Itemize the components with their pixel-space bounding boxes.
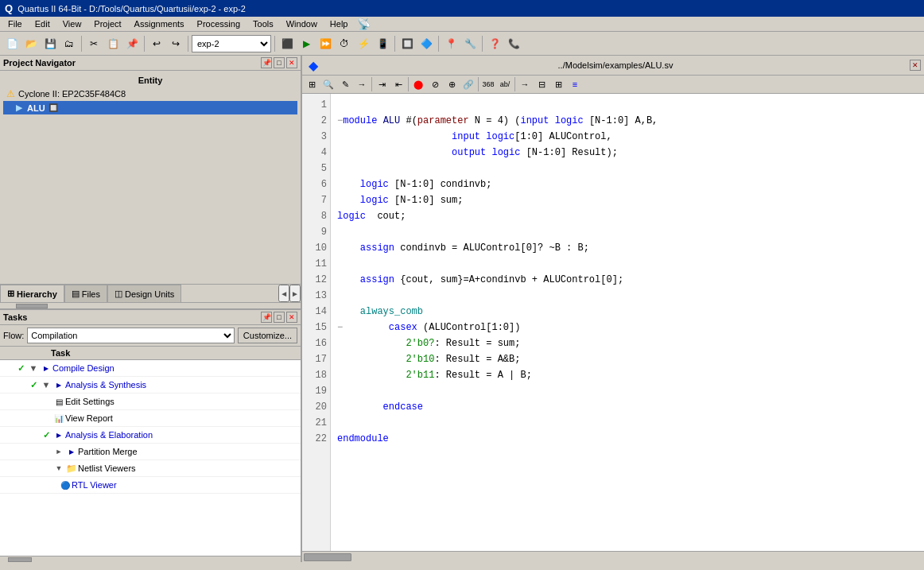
customize-btn[interactable]: Customize... [238, 328, 297, 343]
editor-h-scrollbar[interactable] [302, 551, 924, 562]
menu-project[interactable]: Project [87, 17, 127, 30]
support-btn[interactable]: 📞 [505, 35, 522, 52]
new-btn[interactable]: 📄 [3, 35, 21, 52]
files-icon: ▤ [72, 289, 80, 299]
undo-btn[interactable]: ↩ [148, 35, 165, 52]
task-view-report[interactable]: 📊 View Report [0, 410, 301, 427]
line-22: 22 [305, 431, 327, 447]
tasks-pin-btn[interactable]: 📌 [261, 312, 272, 323]
line-11: 11 [305, 256, 327, 272]
tasks-close-btn[interactable]: ✕ [286, 312, 297, 323]
alu-entity-item[interactable]: ▶ ALU 🔲 [3, 101, 297, 114]
expand-icon-2[interactable]: ▼ [40, 378, 52, 391]
editor-diamond-icon: ◆ [305, 57, 321, 73]
ed-breakpoint-btn[interactable]: ⬤ [410, 76, 426, 92]
ed-lineno-btn[interactable]: 368 [480, 76, 496, 92]
save-all-btn[interactable]: 🗂 [60, 35, 78, 52]
netlist-expand[interactable]: ▼ [52, 462, 65, 475]
menu-tools[interactable]: Tools [247, 17, 280, 30]
compile-btn[interactable]: ▶ [297, 35, 315, 52]
ed-find-btn[interactable]: 🔍 [320, 76, 336, 92]
ed-nav-right-btn[interactable]: → [517, 76, 533, 92]
program-btn[interactable]: 📱 [374, 35, 391, 52]
save-btn[interactable]: 💾 [41, 35, 59, 52]
ed-view-btn[interactable]: ⊞ [304, 76, 320, 92]
nav-next-btn[interactable]: ► [289, 285, 301, 302]
task-elaboration[interactable]: ✓ ▶ Analysis & Elaboration [0, 427, 301, 444]
partition-merge-label[interactable]: Partition Merge [78, 447, 138, 456]
menu-view[interactable]: View [56, 17, 88, 30]
ed-unindent-btn[interactable]: ⇤ [390, 76, 406, 92]
tasks-max-btn[interactable]: □ [274, 312, 285, 323]
expand-icon-1[interactable]: ▼ [27, 362, 40, 374]
nav-scroll-thumb[interactable] [16, 304, 48, 308]
code-editor[interactable]: −module ALU #(parameter N = 4) (input lo… [331, 94, 924, 551]
nav-prev-btn[interactable]: ◄ [278, 285, 289, 302]
nav-close-btn[interactable]: ✕ [286, 57, 297, 68]
rtl-viewer-label[interactable]: RTL Viewer [72, 480, 117, 490]
elaboration-label[interactable]: Analysis & Elaboration [65, 430, 153, 440]
task-partition-merge[interactable]: ► ▶ Partition Merge [0, 444, 301, 460]
ed-mark-btn[interactable]: ✎ [337, 76, 353, 92]
ed-indent-btn[interactable]: ⇥ [374, 76, 390, 92]
menu-window[interactable]: Window [280, 17, 324, 30]
assign-btn[interactable]: 🔧 [461, 35, 479, 52]
pin-btn[interactable]: 📍 [442, 35, 460, 52]
ed-clear-bp-btn[interactable]: ⊘ [427, 76, 443, 92]
task-edit-settings[interactable]: ▤ Edit Settings [0, 394, 301, 410]
task-netlist-viewers[interactable]: ▼ 📁 Netlist Viewers [0, 460, 301, 477]
redo-btn[interactable]: ↪ [167, 35, 184, 52]
ed-case-btn[interactable]: ab/ [497, 76, 513, 92]
menu-bar: File Edit View Project Assignments Proce… [0, 17, 924, 32]
editor-close-btn[interactable]: ✕ [910, 60, 921, 71]
ed-split2-btn[interactable]: ⊞ [550, 76, 566, 92]
tech-btn[interactable]: 🔷 [417, 35, 435, 52]
line-numbers: 1 2 3 4 5 6 7 8 9 10 11 12 13 14 15 16 1… [302, 94, 331, 551]
task-analysis-synthesis[interactable]: ✓ ▼ ▶ Analysis & Synthesis [0, 377, 301, 394]
stop-btn[interactable]: ⬛ [278, 35, 296, 52]
cut-btn[interactable]: ✂ [85, 35, 103, 52]
line-9: 9 [305, 224, 327, 240]
tasks-scrollbar[interactable] [0, 556, 301, 562]
collapse-14[interactable]: − [337, 322, 343, 333]
task-compile-design[interactable]: ✓ ▼ ▶ Compile Design [0, 360, 301, 377]
editor-h-scroll-thumb[interactable] [304, 553, 351, 561]
flow-btn[interactable]: ⏩ [316, 35, 334, 52]
tab-design-units[interactable]: ◫ Design Units [107, 285, 181, 302]
flow-select[interactable]: Compilation [27, 328, 235, 343]
ed-highlight-btn[interactable]: ≡ [567, 76, 583, 92]
power-btn[interactable]: ⚡ [355, 35, 372, 52]
view-report-label[interactable]: View Report [65, 413, 113, 423]
tab-files[interactable]: ▤ Files [64, 285, 107, 302]
menu-help[interactable]: Help [324, 17, 355, 30]
ed-next-bp-btn[interactable]: ⊕ [444, 76, 460, 92]
project-select[interactable]: exp-2 [192, 35, 271, 52]
menu-edit[interactable]: Edit [29, 17, 56, 30]
ed-next-btn[interactable]: → [354, 76, 370, 92]
line-12: 12 [305, 272, 327, 288]
menu-assignments[interactable]: Assignments [128, 17, 191, 30]
ed-ref-btn[interactable]: 🔗 [460, 76, 476, 92]
compile-design-label[interactable]: Compile Design [52, 363, 115, 373]
edit-settings-label[interactable]: Edit Settings [65, 397, 115, 406]
ed-split-btn[interactable]: ⊟ [534, 76, 549, 92]
partition-expand[interactable]: ► [52, 445, 65, 458]
menu-processing[interactable]: Processing [191, 17, 247, 30]
timing-btn[interactable]: ⏱ [336, 35, 353, 52]
open-btn[interactable]: 📂 [22, 35, 40, 52]
menu-file[interactable]: File [2, 17, 29, 30]
tasks-scroll-thumb[interactable] [8, 557, 32, 562]
design-units-icon: ◫ [115, 289, 122, 299]
task-rtl-viewer[interactable]: 🔵 RTL Viewer [0, 477, 301, 494]
paste-btn[interactable]: 📌 [123, 35, 141, 52]
rtl-btn[interactable]: 🔲 [398, 35, 416, 52]
copy-btn[interactable]: 📋 [104, 35, 122, 52]
nav-pin-btn[interactable]: 📌 [261, 57, 272, 68]
help-btn[interactable]: ❓ [486, 35, 503, 52]
task-list: Task ✓ ▼ ▶ Compile Design ✓ ▼ ▶ Analysis… [0, 347, 301, 556]
nav-scrollbar[interactable] [0, 302, 301, 308]
nav-max-btn[interactable]: □ [274, 57, 285, 68]
tab-hierarchy[interactable]: ⊞ Hierarchy [0, 285, 64, 302]
analysis-synthesis-label[interactable]: Analysis & Synthesis [65, 380, 146, 390]
netlist-viewers-label[interactable]: Netlist Viewers [78, 463, 136, 473]
